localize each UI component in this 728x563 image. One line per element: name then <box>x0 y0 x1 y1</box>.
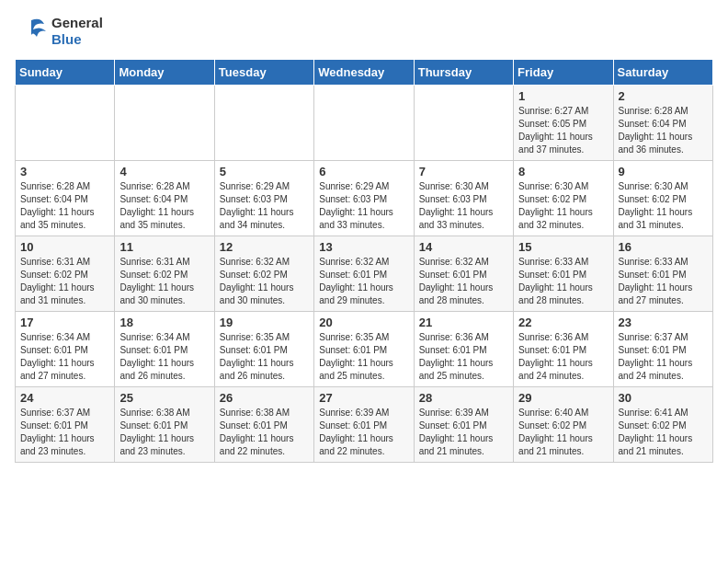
day-number: 28 <box>419 391 508 405</box>
day-number: 29 <box>518 391 608 405</box>
day-number: 27 <box>319 391 408 405</box>
calendar-cell: 1Sunrise: 6:27 AM Sunset: 6:05 PM Daylig… <box>514 86 613 161</box>
calendar-cell: 15Sunrise: 6:33 AM Sunset: 6:01 PM Dayli… <box>514 236 613 312</box>
day-info: Sunrise: 6:31 AM Sunset: 6:02 PM Dayligh… <box>20 256 109 307</box>
day-number: 7 <box>419 165 508 178</box>
calendar-cell <box>115 86 214 161</box>
day-number: 15 <box>518 240 608 254</box>
calendar-cell: 28Sunrise: 6:39 AM Sunset: 6:01 PM Dayli… <box>414 387 513 463</box>
page-header: General Blue <box>15 15 713 48</box>
day-number: 19 <box>220 316 309 329</box>
weekday-header-sunday: Sunday <box>16 60 115 86</box>
day-info: Sunrise: 6:33 AM Sunset: 6:01 PM Dayligh… <box>619 256 708 307</box>
calendar-cell: 16Sunrise: 6:33 AM Sunset: 6:01 PM Dayli… <box>613 236 712 312</box>
calendar-cell: 26Sunrise: 6:38 AM Sunset: 6:01 PM Dayli… <box>214 387 313 463</box>
day-info: Sunrise: 6:37 AM Sunset: 6:01 PM Dayligh… <box>619 331 708 383</box>
day-number: 14 <box>419 240 508 254</box>
calendar-cell: 14Sunrise: 6:32 AM Sunset: 6:01 PM Dayli… <box>414 236 513 312</box>
day-info: Sunrise: 6:30 AM Sunset: 6:02 PM Dayligh… <box>518 180 608 232</box>
calendar-cell <box>16 86 115 161</box>
day-info: Sunrise: 6:32 AM Sunset: 6:01 PM Dayligh… <box>419 256 508 307</box>
day-number: 13 <box>319 240 408 254</box>
day-number: 12 <box>220 240 309 254</box>
day-info: Sunrise: 6:32 AM Sunset: 6:02 PM Dayligh… <box>220 256 309 307</box>
day-info: Sunrise: 6:31 AM Sunset: 6:02 PM Dayligh… <box>119 256 209 307</box>
calendar-week-row: 1Sunrise: 6:27 AM Sunset: 6:05 PM Daylig… <box>16 86 713 161</box>
day-number: 26 <box>220 391 309 405</box>
day-info: Sunrise: 6:40 AM Sunset: 6:02 PM Dayligh… <box>518 407 608 458</box>
day-number: 20 <box>319 316 408 329</box>
calendar-cell: 5Sunrise: 6:29 AM Sunset: 6:03 PM Daylig… <box>214 161 313 236</box>
weekday-header-wednesday: Wednesday <box>314 60 414 86</box>
day-number: 6 <box>319 165 408 178</box>
calendar-cell: 23Sunrise: 6:37 AM Sunset: 6:01 PM Dayli… <box>613 312 712 387</box>
day-info: Sunrise: 6:29 AM Sunset: 6:03 PM Dayligh… <box>220 180 309 232</box>
logo-blue-text: Blue <box>51 31 82 47</box>
day-info: Sunrise: 6:35 AM Sunset: 6:01 PM Dayligh… <box>319 331 408 383</box>
day-info: Sunrise: 6:30 AM Sunset: 6:02 PM Dayligh… <box>619 180 708 232</box>
day-number: 4 <box>119 165 209 178</box>
day-number: 17 <box>20 316 109 329</box>
day-info: Sunrise: 6:28 AM Sunset: 6:04 PM Dayligh… <box>119 180 209 232</box>
day-info: Sunrise: 6:32 AM Sunset: 6:01 PM Dayligh… <box>319 256 408 307</box>
day-info: Sunrise: 6:41 AM Sunset: 6:02 PM Dayligh… <box>619 407 708 458</box>
calendar-cell: 18Sunrise: 6:34 AM Sunset: 6:01 PM Dayli… <box>115 312 214 387</box>
calendar-cell: 7Sunrise: 6:30 AM Sunset: 6:03 PM Daylig… <box>414 161 513 236</box>
logo-bird-icon <box>15 15 48 48</box>
calendar-week-row: 24Sunrise: 6:37 AM Sunset: 6:01 PM Dayli… <box>16 387 713 463</box>
calendar-cell <box>414 86 513 161</box>
day-info: Sunrise: 6:27 AM Sunset: 6:05 PM Dayligh… <box>518 105 608 156</box>
day-number: 9 <box>619 165 708 178</box>
calendar-cell: 9Sunrise: 6:30 AM Sunset: 6:02 PM Daylig… <box>613 161 712 236</box>
day-info: Sunrise: 6:29 AM Sunset: 6:03 PM Dayligh… <box>319 180 408 232</box>
calendar-cell: 4Sunrise: 6:28 AM Sunset: 6:04 PM Daylig… <box>115 161 214 236</box>
day-number: 1 <box>518 89 608 103</box>
day-info: Sunrise: 6:33 AM Sunset: 6:01 PM Dayligh… <box>518 256 608 307</box>
day-info: Sunrise: 6:37 AM Sunset: 6:01 PM Dayligh… <box>20 407 109 458</box>
calendar-cell: 19Sunrise: 6:35 AM Sunset: 6:01 PM Dayli… <box>214 312 313 387</box>
weekday-header-row: SundayMondayTuesdayWednesdayThursdayFrid… <box>16 60 713 86</box>
day-info: Sunrise: 6:28 AM Sunset: 6:04 PM Dayligh… <box>20 180 109 232</box>
calendar-cell: 25Sunrise: 6:38 AM Sunset: 6:01 PM Dayli… <box>115 387 214 463</box>
calendar-cell: 8Sunrise: 6:30 AM Sunset: 6:02 PM Daylig… <box>514 161 613 236</box>
calendar-cell: 13Sunrise: 6:32 AM Sunset: 6:01 PM Dayli… <box>314 236 414 312</box>
day-number: 16 <box>619 240 708 254</box>
day-info: Sunrise: 6:39 AM Sunset: 6:01 PM Dayligh… <box>419 407 508 458</box>
calendar-week-row: 10Sunrise: 6:31 AM Sunset: 6:02 PM Dayli… <box>16 236 713 312</box>
day-number: 2 <box>619 89 708 103</box>
calendar-cell: 6Sunrise: 6:29 AM Sunset: 6:03 PM Daylig… <box>314 161 414 236</box>
calendar-cell: 20Sunrise: 6:35 AM Sunset: 6:01 PM Dayli… <box>314 312 414 387</box>
day-number: 3 <box>20 165 109 178</box>
calendar-cell: 29Sunrise: 6:40 AM Sunset: 6:02 PM Dayli… <box>514 387 613 463</box>
day-info: Sunrise: 6:38 AM Sunset: 6:01 PM Dayligh… <box>119 407 209 458</box>
calendar-week-row: 17Sunrise: 6:34 AM Sunset: 6:01 PM Dayli… <box>16 312 713 387</box>
day-info: Sunrise: 6:36 AM Sunset: 6:01 PM Dayligh… <box>419 331 508 383</box>
day-number: 25 <box>119 391 209 405</box>
day-info: Sunrise: 6:35 AM Sunset: 6:01 PM Dayligh… <box>220 331 309 383</box>
day-number: 10 <box>20 240 109 254</box>
weekday-header-thursday: Thursday <box>414 60 513 86</box>
calendar-week-row: 3Sunrise: 6:28 AM Sunset: 6:04 PM Daylig… <box>16 161 713 236</box>
logo-general-text: General <box>51 15 103 30</box>
calendar-header: SundayMondayTuesdayWednesdayThursdayFrid… <box>16 60 713 86</box>
day-number: 24 <box>20 391 109 405</box>
day-number: 21 <box>419 316 508 329</box>
calendar-cell: 24Sunrise: 6:37 AM Sunset: 6:01 PM Dayli… <box>16 387 115 463</box>
calendar-cell: 12Sunrise: 6:32 AM Sunset: 6:02 PM Dayli… <box>214 236 313 312</box>
day-number: 18 <box>119 316 209 329</box>
weekday-header-monday: Monday <box>115 60 214 86</box>
day-info: Sunrise: 6:38 AM Sunset: 6:01 PM Dayligh… <box>220 407 309 458</box>
calendar-cell <box>214 86 313 161</box>
weekday-header-friday: Friday <box>514 60 613 86</box>
calendar-cell: 27Sunrise: 6:39 AM Sunset: 6:01 PM Dayli… <box>314 387 414 463</box>
day-number: 30 <box>619 391 708 405</box>
calendar-cell: 17Sunrise: 6:34 AM Sunset: 6:01 PM Dayli… <box>16 312 115 387</box>
calendar-cell: 11Sunrise: 6:31 AM Sunset: 6:02 PM Dayli… <box>115 236 214 312</box>
calendar-cell <box>314 86 414 161</box>
day-info: Sunrise: 6:30 AM Sunset: 6:03 PM Dayligh… <box>419 180 508 232</box>
day-number: 5 <box>220 165 309 178</box>
weekday-header-saturday: Saturday <box>613 60 712 86</box>
calendar-cell: 21Sunrise: 6:36 AM Sunset: 6:01 PM Dayli… <box>414 312 513 387</box>
calendar-cell: 22Sunrise: 6:36 AM Sunset: 6:01 PM Dayli… <box>514 312 613 387</box>
calendar-body: 1Sunrise: 6:27 AM Sunset: 6:05 PM Daylig… <box>16 86 713 463</box>
